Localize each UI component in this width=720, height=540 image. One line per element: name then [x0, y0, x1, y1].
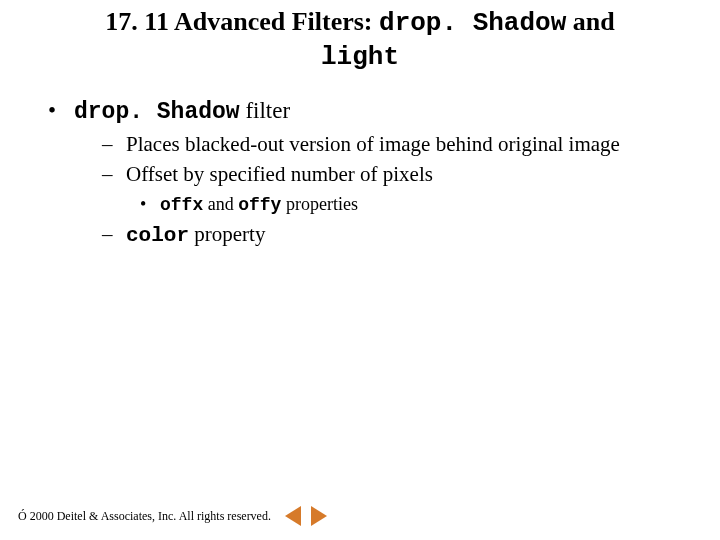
bullet-level-3: offx and offy properties [48, 194, 680, 215]
l3-rest: properties [281, 194, 357, 214]
bullet-level-1: drop. Shadow filter [48, 98, 680, 125]
bullet-level-2: color property [48, 221, 680, 249]
l2a-text: Places blacked-out version of image behi… [126, 132, 620, 156]
bullet-level-2: Offset by specified number of pixels [48, 161, 680, 187]
copyright-text: Ó 2000 Deitel & Associates, Inc. All rig… [18, 509, 271, 524]
bullet-level-2: Places blacked-out version of image behi… [48, 131, 680, 157]
l2b-text: Offset by specified number of pixels [126, 162, 433, 186]
slide: 17. 11 Advanced Filters: drop. Shadow an… [0, 0, 720, 540]
title-code-2: light [321, 42, 399, 72]
slide-title: 17. 11 Advanced Filters: drop. Shadow an… [50, 6, 670, 73]
title-code-1: drop. Shadow [379, 8, 566, 38]
l1-rest: filter [240, 98, 290, 123]
nav-arrows [285, 506, 327, 526]
prev-arrow-icon[interactable] [285, 506, 301, 526]
slide-body: drop. Shadow filter Places blacked-out v… [48, 90, 680, 251]
next-arrow-icon[interactable] [311, 506, 327, 526]
l2c-rest: property [189, 222, 265, 246]
footer: Ó 2000 Deitel & Associates, Inc. All rig… [18, 506, 327, 526]
l2c-code: color [126, 224, 189, 247]
title-prefix: 17. 11 Advanced Filters: [105, 7, 379, 36]
l1-code: drop. Shadow [74, 99, 240, 125]
l3-code-2: offy [238, 195, 281, 215]
l3-mid: and [203, 194, 238, 214]
title-mid: and [566, 7, 614, 36]
l3-code-1: offx [160, 195, 203, 215]
